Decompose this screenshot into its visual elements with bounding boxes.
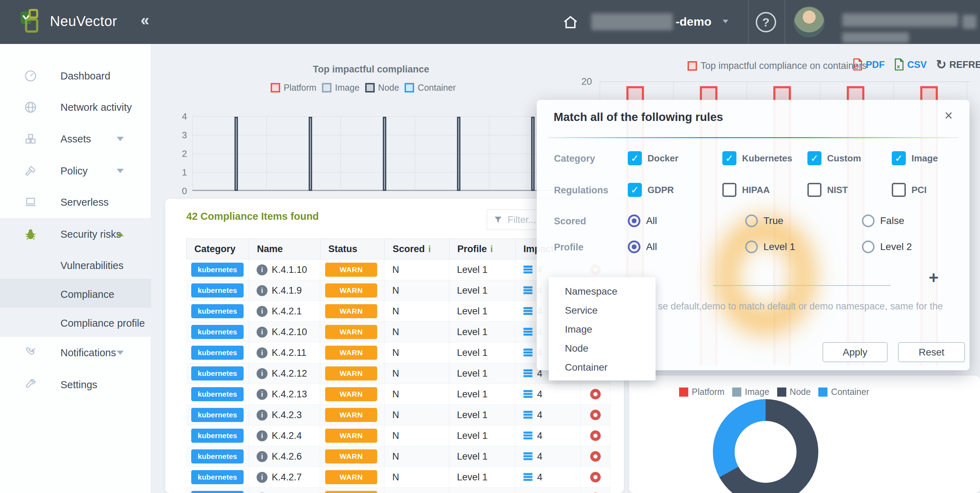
info-icon[interactable]: i [256, 431, 267, 441]
radio-scored-false[interactable]: False [862, 213, 904, 228]
scored-cell: N [385, 343, 449, 363]
info-icon[interactable]: i [256, 285, 267, 296]
sidebar-item-security-risks[interactable]: Security risks [0, 219, 151, 250]
donut-legend-container[interactable]: Container [818, 387, 869, 397]
tag-value-input[interactable] [713, 272, 891, 286]
status-cell: WARN [320, 343, 385, 363]
sidebar-item-vulnerabilities[interactable]: Vulnerabilities [0, 250, 151, 281]
impact-donut-cell[interactable] [581, 405, 610, 425]
sidebar-item-dashboard[interactable]: Dashboard [0, 61, 151, 91]
profile-info-icon[interactable]: i [490, 244, 493, 255]
donut-legend-node[interactable]: Node [777, 387, 811, 397]
legend-item-platform[interactable]: Platform [270, 83, 317, 93]
refresh-button[interactable]: ↻ REFRESH [936, 58, 980, 71]
impact-donut-cell[interactable] [581, 467, 610, 487]
sidebar-item-settings[interactable]: Settings [0, 369, 151, 400]
info-icon[interactable]: i [256, 389, 267, 400]
cluster-caret-icon[interactable] [723, 20, 728, 23]
legend-item-image[interactable]: Image [322, 83, 359, 93]
table-row[interactable]: kubernetes iK.4.2.4 WARN N Level 1 4 [186, 426, 610, 446]
status-badge: WARN [325, 304, 377, 318]
checkbox-kubernetes[interactable]: ✓Kubernetes [722, 150, 792, 166]
add-rule-button[interactable]: + [929, 268, 939, 287]
status-cell: WARN [320, 280, 385, 301]
dropdown-option[interactable]: Image [549, 320, 655, 339]
left-chart: Top impactful compliance Platform Image … [162, 46, 584, 200]
legend-item-node[interactable]: Node [365, 83, 399, 93]
platform-solid-swatch [679, 388, 688, 397]
table-row[interactable]: kubernetes iK.4.2.13 WARN N Level 1 4 [186, 384, 610, 405]
col-header-status[interactable]: Status [321, 239, 385, 259]
info-icon[interactable]: i [256, 451, 267, 462]
reset-button[interactable]: Reset [898, 342, 965, 362]
category-row-label: Category [554, 153, 595, 164]
legend-item-container[interactable]: Container [404, 83, 455, 93]
col-header-scored[interactable]: Scoredi [385, 239, 450, 259]
name-cell: iK.4.2.11 [249, 343, 320, 363]
export-csv-button[interactable]: x CSV [894, 58, 927, 71]
checkbox-icon: ✓ [807, 151, 821, 165]
sidebar-item-network-activity[interactable]: Network activity [0, 92, 151, 123]
scored-info-icon[interactable]: i [428, 244, 431, 255]
info-icon[interactable]: i [256, 410, 267, 421]
impact-server-icon [523, 369, 533, 378]
home-icon[interactable] [562, 14, 579, 30]
sidebar-item-policy[interactable]: Policy [0, 155, 151, 187]
checkbox-pci[interactable]: PCI [892, 182, 927, 198]
category-cell: kubernetes [186, 301, 249, 321]
sidebar-item-compliance[interactable]: Compliance [0, 279, 151, 310]
legend-item-containers[interactable]: Top impactful compliance on containers [687, 61, 867, 72]
table-row[interactable]: kubernetes iK.4.2.7 WARN N Level 1 4 [186, 467, 610, 488]
checkbox-gdpr[interactable]: ✓GDPR [628, 182, 674, 198]
close-icon[interactable]: × [945, 108, 953, 123]
sidebar-item-notifications[interactable]: Notifications [0, 337, 151, 368]
export-pdf-button[interactable]: A PDF [853, 58, 885, 71]
user-avatar[interactable] [794, 6, 825, 37]
donut-legend-platform[interactable]: Platform [679, 387, 724, 397]
checkbox-hipaa[interactable]: HIPAA [722, 182, 770, 198]
radio-profile-level1[interactable]: Level 1 [745, 239, 795, 255]
table-row[interactable]: kubernetes iK.4.2.6 WARN N Level 1 4 [186, 446, 610, 467]
col-header-name[interactable]: Name [249, 239, 321, 259]
col-header-profile[interactable]: Profilei [450, 239, 515, 259]
info-icon[interactable]: i [256, 327, 267, 338]
cluster-selector[interactable]: -demo [676, 15, 711, 29]
table-row[interactable]: kubernetes iK.4.2.3 WARN N Level 1 4 [186, 405, 610, 426]
radio-profile-level2[interactable]: Level 2 [862, 239, 912, 255]
donut-legend-image[interactable]: Image [732, 387, 769, 397]
info-icon[interactable]: i [256, 348, 267, 358]
sidebar-item-serverless[interactable]: Serverless [0, 187, 151, 218]
radio-scored-true[interactable]: True [745, 213, 784, 228]
sidebar-item-assets[interactable]: Assets [0, 123, 151, 154]
status-cell: WARN [320, 322, 385, 342]
dropdown-option[interactable]: Service [549, 301, 655, 320]
help-icon[interactable]: ? [756, 12, 776, 32]
checkbox-nist[interactable]: NIST [807, 182, 848, 198]
svg-text:x: x [897, 63, 900, 69]
info-icon[interactable]: i [256, 472, 267, 483]
col-header-category[interactable]: Category [187, 239, 249, 259]
radio-scored-all[interactable]: All [628, 213, 657, 228]
info-icon[interactable]: i [256, 368, 267, 379]
sidebar-collapse-button[interactable]: « [141, 11, 149, 29]
impact-donut-cell[interactable] [581, 446, 610, 467]
category-cell: kubernetes [186, 384, 249, 404]
table-row[interactable]: kubernetes iK.4.2.8 WARN N Level 1 4 [186, 488, 610, 493]
checkbox-custom[interactable]: ✓Custom [807, 150, 861, 166]
dropdown-option[interactable]: Namespace [549, 282, 655, 301]
dropdown-option[interactable]: Container [549, 358, 655, 377]
checkbox-image[interactable]: ✓Image [892, 150, 938, 166]
donut-legend: Platform Image Node Container [679, 387, 869, 397]
apply-button[interactable]: Apply [822, 342, 888, 362]
checkbox-docker[interactable]: ✓Docker [628, 150, 678, 166]
radio-icon [628, 214, 640, 227]
dropdown-option[interactable]: Node [549, 339, 655, 358]
impact-donut-cell[interactable] [581, 426, 610, 446]
radio-profile-all[interactable]: All [628, 239, 657, 255]
info-icon[interactable]: i [256, 306, 267, 317]
impact-donut-cell[interactable] [581, 384, 610, 404]
info-icon[interactable]: i [256, 265, 267, 275]
impact-donut-cell[interactable] [581, 488, 610, 493]
status-badge: WARN [325, 263, 377, 277]
sidebar-item-compliance-profile[interactable]: Compliance profile [0, 308, 151, 339]
